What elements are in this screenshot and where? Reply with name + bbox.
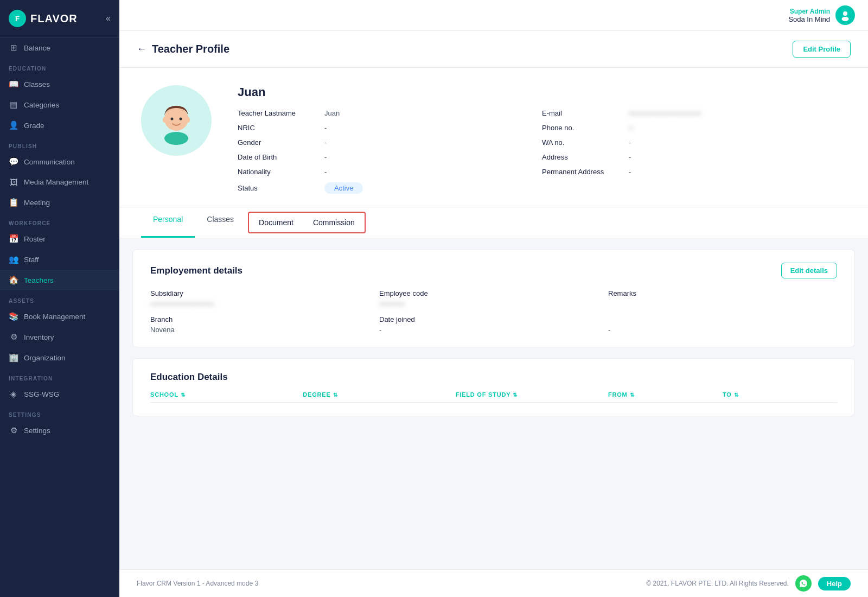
education-title: Education Details [150, 372, 837, 383]
user-info: Super Admin Soda In Mind [788, 8, 830, 23]
classes-icon: 📖 [9, 79, 18, 89]
inventory-icon: ⚙ [9, 332, 18, 342]
profile-field-status: Status Active [238, 182, 542, 194]
sidebar-section-assets: ASSETS [0, 290, 119, 306]
sidebar-section-settings: SETTINGS [0, 404, 119, 420]
sort-icon-field[interactable]: ⇅ [513, 392, 518, 398]
footer-version: Flavor CRM Version 1 - Advanced mode 3 [137, 580, 258, 587]
sort-icon-from[interactable]: ⇅ [630, 392, 635, 398]
sidebar-item-meeting[interactable]: 📋 Meeting [0, 192, 119, 213]
sort-icon-to[interactable]: ⇅ [734, 392, 739, 398]
edit-details-button[interactable]: Edit details [781, 263, 837, 278]
profile-field-teacher-lastname: Teacher Lastname Juan [238, 109, 542, 117]
tab-document[interactable]: Document [249, 215, 303, 230]
svg-point-3 [164, 132, 188, 145]
communication-icon: 💬 [9, 157, 18, 167]
content-area: ← Teacher Profile Edit Profile [119, 31, 868, 569]
help-button[interactable]: Help [818, 577, 851, 590]
categories-icon: ▤ [9, 100, 18, 110]
whatsapp-button[interactable] [795, 575, 812, 592]
sidebar-item-label: Roster [24, 235, 46, 243]
sidebar-item-staff[interactable]: 👥 Staff [0, 249, 119, 270]
svg-point-4 [164, 107, 188, 131]
sidebar: F FLAVOR « ⊞ Balance EDUCATION 📖 Classes… [0, 0, 119, 597]
sidebar-item-ssg-wsg[interactable]: ◈ SSG-WSG [0, 384, 119, 404]
profile-field-nationality: Nationality - [238, 168, 542, 176]
emp-field-remarks-value: - [608, 315, 837, 334]
sidebar-item-communication[interactable]: 💬 Communication [0, 151, 119, 172]
sidebar-logo: F FLAVOR « [0, 0, 119, 37]
profile-field-nric: NRIC - [238, 124, 542, 132]
media-icon: 🖼 [9, 177, 18, 187]
sidebar-item-balance[interactable]: ⊞ Balance [0, 37, 119, 58]
meeting-icon: 📋 [9, 198, 18, 207]
collapse-button[interactable]: « [106, 14, 111, 23]
page-header: ← Teacher Profile Edit Profile [119, 31, 868, 68]
employment-grid: Subsidiary ●●●●●●●●●●●●●●● Employee code… [150, 289, 837, 334]
user-avatar [835, 5, 855, 25]
sidebar-section-integration: INTEGRATION [0, 368, 119, 384]
roster-icon: 📅 [9, 234, 18, 244]
edu-col-school: SCHOOL ⇅ [150, 391, 303, 398]
employment-section: Employement details Edit details Subsidi… [132, 249, 855, 347]
profile-field-dob: Date of Birth - [238, 153, 542, 161]
tab-personal[interactable]: Personal [141, 207, 195, 238]
education-section: Education Details SCHOOL ⇅ DEGREE ⇅ FIEL… [132, 358, 855, 416]
employment-header: Employement details Edit details [150, 263, 837, 278]
sidebar-item-teachers[interactable]: 🏠 Teachers [0, 270, 119, 290]
sidebar-section-workforce: WORKFORCE [0, 213, 119, 228]
footer-copyright: © 2021, FLAVOR PTE. LTD. All Rights Rese… [646, 580, 789, 587]
sidebar-item-label: SSG-WSG [24, 390, 59, 398]
emp-field-date-joined: Date joined - [379, 315, 608, 334]
balance-icon: ⊞ [9, 43, 18, 53]
svg-point-8 [187, 117, 190, 123]
grade-icon: 👤 [9, 120, 18, 130]
sidebar-item-book-management[interactable]: 📚 Book Management [0, 306, 119, 327]
sidebar-item-categories[interactable]: ▤ Categories [0, 94, 119, 115]
logo-icon: F [9, 10, 26, 27]
sort-icon-school[interactable]: ⇅ [181, 392, 186, 398]
topbar: Super Admin Soda In Mind [119, 0, 868, 31]
sidebar-section-publish: PUBLISH [0, 136, 119, 151]
edu-col-degree: DEGREE ⇅ [303, 391, 455, 398]
profile-name: Juan [238, 85, 846, 99]
sidebar-section-education: EDUCATION [0, 58, 119, 74]
edu-col-from: FROM ⇅ [608, 391, 723, 398]
sidebar-item-label: Grade [24, 122, 44, 130]
emp-field-remarks: Remarks [608, 289, 837, 308]
edu-col-field-of-study: FIELD OF STUDY ⇅ [456, 391, 608, 398]
sidebar-item-organization[interactable]: 🏢 Organization [0, 347, 119, 368]
profile-field-email: E-mail ●●●●●●●●●●●●●●●●● [542, 109, 846, 117]
sidebar-item-label: Media Management [24, 178, 88, 186]
emp-field-subsidiary: Subsidiary ●●●●●●●●●●●●●●● [150, 289, 379, 308]
sidebar-item-roster[interactable]: 📅 Roster [0, 228, 119, 249]
back-button[interactable]: ← [137, 43, 146, 55]
settings-icon: ⚙ [9, 425, 18, 435]
sidebar-item-media-management[interactable]: 🖼 Media Management [0, 172, 119, 192]
sort-icon-degree[interactable]: ⇅ [333, 392, 338, 398]
svg-point-6 [180, 118, 182, 120]
book-icon: 📚 [9, 312, 18, 321]
edit-profile-button[interactable]: Edit Profile [793, 41, 851, 58]
organization-icon: 🏢 [9, 353, 18, 363]
profile-fields: Teacher Lastname Juan E-mail ●●●●●●●●●●●… [238, 109, 846, 194]
tab-classes[interactable]: Classes [195, 207, 246, 238]
sidebar-nav: ⊞ Balance EDUCATION 📖 Classes ▤ Categori… [0, 37, 119, 441]
sidebar-item-classes[interactable]: 📖 Classes [0, 74, 119, 94]
staff-icon: 👥 [9, 255, 18, 264]
education-table-header: SCHOOL ⇅ DEGREE ⇅ FIELD OF STUDY ⇅ FROM … [150, 391, 837, 403]
profile-field-address: Address - [542, 153, 846, 161]
svg-point-5 [171, 118, 174, 120]
page-title: Teacher Profile [152, 43, 229, 55]
sidebar-item-inventory[interactable]: ⚙ Inventory [0, 327, 119, 347]
profile-card: Juan Teacher Lastname Juan E-mail ●●●●●●… [119, 68, 868, 207]
sidebar-item-settings[interactable]: ⚙ Settings [0, 420, 119, 441]
tab-commission[interactable]: Commission [303, 215, 365, 230]
sidebar-item-label: Categories [24, 101, 59, 109]
logo-text: FLAVOR [30, 12, 78, 25]
svg-point-7 [163, 117, 166, 123]
tab-document-commission[interactable]: Document Commission [248, 212, 366, 233]
sidebar-item-label: Teachers [24, 276, 54, 284]
sidebar-item-label: Balance [24, 44, 50, 52]
sidebar-item-grade[interactable]: 👤 Grade [0, 115, 119, 136]
